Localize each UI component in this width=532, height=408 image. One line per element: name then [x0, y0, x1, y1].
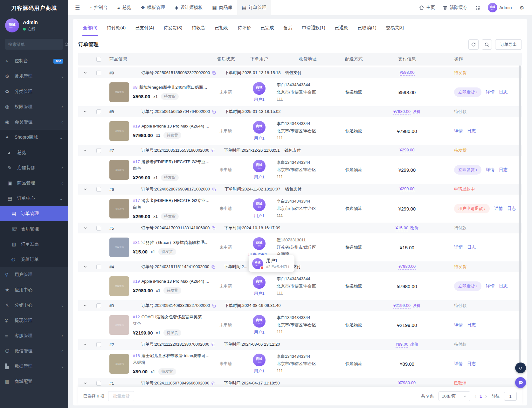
expand-toggle[interactable]: [78, 71, 92, 75]
product-id-link[interactable]: #31: [133, 240, 140, 245]
sidebar-search-input[interactable]: [8, 42, 64, 47]
buyer-avatar[interactable]: 商城· B2C ·: [253, 354, 266, 366]
copy-icon[interactable]: [211, 381, 216, 386]
buyer-avatar[interactable]: 商城· B2C ·: [253, 160, 266, 172]
admin-profile[interactable]: 商城 · B2C · Admin 在线: [0, 16, 68, 36]
buyer-avatar[interactable]: 商城· B2C ·: [253, 121, 266, 134]
order-amount-link[interactable]: ¥2199.00: [393, 303, 411, 309]
sidebar-item-member[interactable]: ◉会员管理‹: [0, 114, 68, 130]
tab-已拒收[interactable]: 已拒收: [210, 19, 233, 36]
buyer-link[interactable]: 用户1: [254, 135, 264, 141]
clear-cache-button[interactable]: 清除缓存: [439, 0, 471, 15]
ship-now-button[interactable]: 立即发货 ›: [454, 281, 481, 291]
expand-toggle[interactable]: [78, 303, 92, 308]
ship-now-button[interactable]: 立即发货 ›: [454, 87, 481, 97]
tab-待发货(3)[interactable]: 待发货(3): [159, 19, 187, 36]
order-amount-link[interactable]: ¥299.00: [400, 148, 415, 153]
tab-已取消(1)[interactable]: 已取消(1): [353, 19, 381, 36]
batch-ship-button[interactable]: 批量发货: [108, 391, 134, 401]
notifications-button[interactable]: [515, 363, 526, 373]
product-id-link[interactable]: #16: [133, 353, 140, 358]
sidebar-item-general[interactable]: ⚙常规管理‹: [0, 69, 68, 84]
ship-now-button[interactable]: 立即发货 ›: [454, 165, 481, 175]
product-id-link[interactable]: #17: [133, 198, 140, 203]
action-detail-link[interactable]: 详情: [486, 283, 494, 289]
tab-待评价[interactable]: 待评价: [233, 19, 256, 36]
buyer-avatar[interactable]: 商城· B2C ·: [253, 237, 266, 250]
action-log-link[interactable]: 日志: [507, 206, 516, 211]
current-page[interactable]: 1: [480, 394, 482, 399]
product-id-link[interactable]: #8: [133, 85, 137, 90]
chat-button[interactable]: [515, 377, 526, 388]
buyer-link[interactable]: 用户1: [254, 329, 264, 335]
change-price-link[interactable]: 改价: [412, 109, 421, 114]
sidebar-item-order-manage[interactable]: ▤订单管理: [0, 206, 68, 221]
sidebar-item-distribution[interactable]: ✳分销中心‹: [0, 298, 68, 313]
tab-售后[interactable]: 售后: [279, 19, 297, 36]
action-detail-link[interactable]: 详情: [454, 322, 463, 328]
sidebar-item-dashboard[interactable]: ◔控制台hot: [0, 53, 68, 69]
sidebar-item-goods[interactable]: ▣商品管理‹: [0, 176, 68, 191]
buyer-avatar[interactable]: 商城· B2C ·: [253, 315, 266, 328]
row-checkbox[interactable]: [96, 71, 101, 75]
copy-icon[interactable]: [211, 187, 216, 192]
sidebar-item-order-center[interactable]: ▤订单中心⌄: [0, 191, 68, 206]
tab-已支付(4)[interactable]: 已支付(4): [130, 19, 159, 36]
expand-toggle[interactable]: [78, 342, 92, 347]
tab-全部(9)[interactable]: 全部(9): [78, 19, 102, 36]
buyer-avatar[interactable]: 商城· B2C ·: [253, 82, 266, 95]
order-amount-link[interactable]: ¥7980.00: [398, 380, 416, 386]
action-log-link[interactable]: 日志: [467, 245, 476, 250]
product-id-link[interactable]: #19: [133, 124, 140, 128]
tab-已退款[interactable]: 已退款: [330, 19, 353, 36]
sidebar-item-service[interactable]: ≡客服管理‹: [0, 328, 68, 343]
order-amount-link[interactable]: ¥89.00: [396, 342, 408, 348]
row-checkbox[interactable]: [96, 226, 101, 231]
row-checkbox[interactable]: [96, 342, 101, 347]
search-icon[interactable]: [64, 42, 68, 47]
row-checkbox[interactable]: [96, 381, 101, 386]
admin-menu[interactable]: 商城 · B2C · Admin: [484, 0, 515, 15]
copy-icon[interactable]: [211, 342, 216, 347]
action-log-link[interactable]: 日志: [499, 283, 508, 289]
buyer-link[interactable]: 用户1: [254, 97, 264, 102]
next-page-button[interactable]: ›: [485, 393, 487, 399]
expand-toggle[interactable]: [78, 148, 92, 153]
product-id-link[interactable]: #19: [133, 279, 140, 284]
expand-toggle[interactable]: [78, 226, 92, 230]
row-checkbox[interactable]: [96, 187, 101, 192]
table-scrollbar[interactable]: [519, 66, 521, 364]
sidebar-item-config[interactable]: ▧商城配置: [0, 374, 68, 389]
buyer-link[interactable]: 用户1: [254, 174, 264, 180]
action-log-link[interactable]: 日志: [499, 89, 508, 95]
sidebar-item-app-center[interactable]: ★应用中心: [0, 282, 68, 298]
row-checkbox[interactable]: [96, 303, 101, 308]
action-detail-link[interactable]: 详情: [486, 167, 494, 173]
buyer-link[interactable]: 用户1: [254, 213, 264, 219]
order-amount-link[interactable]: ¥299.00: [400, 186, 415, 192]
change-price-link[interactable]: 改价: [410, 225, 418, 231]
copy-icon[interactable]: [211, 265, 216, 269]
copy-icon[interactable]: [211, 109, 216, 114]
sidebar-item-overview[interactable]: ◕总览: [0, 145, 68, 160]
sidebar-item-permission[interactable]: ◍权限管理‹: [0, 99, 68, 114]
buyer-avatar[interactable]: 商城· B2C ·: [253, 276, 266, 289]
fullscreen-button[interactable]: [472, 0, 484, 15]
order-amount-link[interactable]: ¥15.00: [396, 225, 408, 231]
product-id-link[interactable]: #12: [133, 315, 140, 319]
topnav-item-order-manage[interactable]: ▤订单管理: [237, 0, 271, 15]
order-amount-link[interactable]: ¥598.00: [400, 70, 415, 76]
buyer-avatar[interactable]: 商城· B2C ·: [253, 198, 266, 211]
topnav-item-designer[interactable]: ◈设计师模板: [170, 0, 208, 15]
change-price-link[interactable]: 改价: [412, 303, 421, 308]
settings-button[interactable]: ⚙: [516, 0, 528, 15]
copy-icon[interactable]: [211, 303, 216, 308]
expand-toggle[interactable]: [78, 265, 92, 269]
select-all-checkbox[interactable]: [96, 57, 101, 62]
sidebar-item-decorate[interactable]: ✎店铺装修‹: [0, 160, 68, 176]
action-detail-link[interactable]: 详情: [486, 89, 494, 95]
sidebar-item-withdraw[interactable]: ¥提现管理: [0, 313, 68, 328]
tab-待付款(4)[interactable]: 待付款(4): [102, 19, 130, 36]
change-price-link[interactable]: 改价: [410, 342, 418, 347]
sidebar-item-category[interactable]: ✿分类管理: [0, 84, 68, 99]
